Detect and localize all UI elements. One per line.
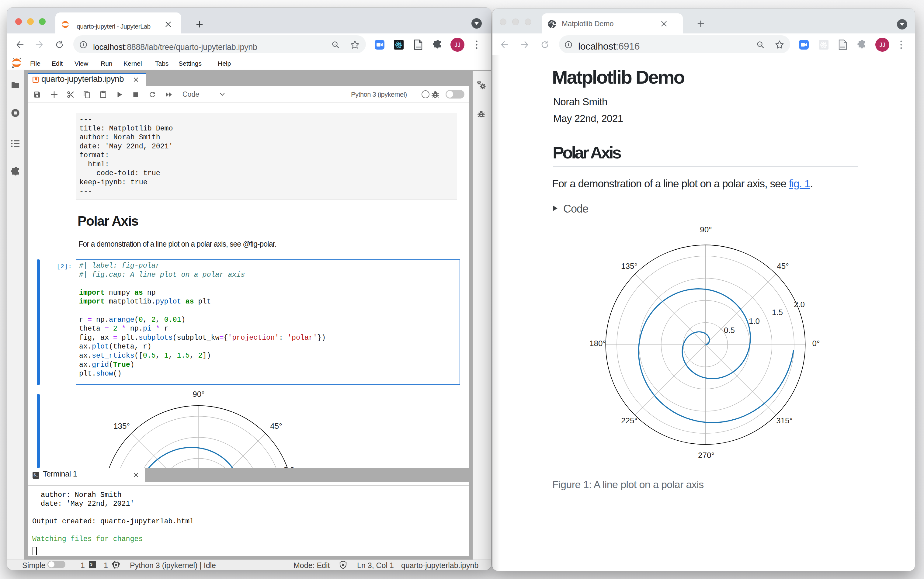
svg-text:90°: 90° — [700, 225, 712, 234]
svg-text:45°: 45° — [777, 262, 789, 271]
svg-text:135°: 135° — [113, 422, 130, 430]
svg-text:90°: 90° — [193, 389, 204, 399]
svg-text:225°: 225° — [621, 416, 638, 425]
svg-text:1.0: 1.0 — [749, 317, 760, 325]
svg-text:2.0: 2.0 — [283, 465, 294, 468]
svg-text:315°: 315° — [776, 416, 793, 425]
svg-text:0°: 0° — [813, 339, 820, 348]
svg-text:180°: 180° — [589, 339, 606, 348]
svg-text:135°: 135° — [621, 262, 638, 271]
svg-text:1.5: 1.5 — [772, 308, 783, 317]
svg-text:270°: 270° — [698, 451, 715, 460]
svg-text:0.5: 0.5 — [724, 325, 735, 335]
svg-text:45°: 45° — [270, 422, 282, 430]
svg-text:2.0: 2.0 — [794, 300, 805, 309]
